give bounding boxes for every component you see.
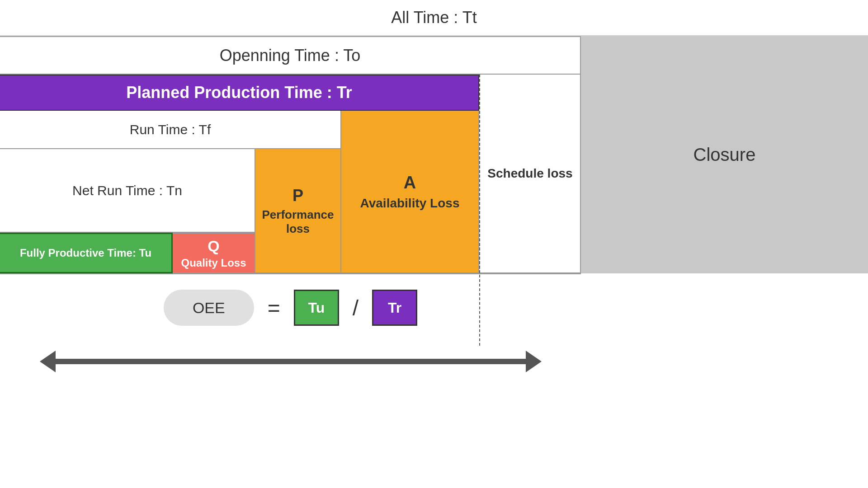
availability-loss-content: A Availability Loss [360,173,460,211]
all-time-label: All Time : Tt [391,8,476,27]
fully-productive-section: Fully Productive Time: Tu [0,233,173,273]
quality-loss-text: Quality Loss [181,257,246,269]
slash-sign: / [353,296,359,320]
arrow-row [0,341,581,382]
equals-sign: = [268,296,280,320]
availability-loss-text: Availability Loss [360,196,460,211]
performance-loss-section: P Performance loss [255,149,341,273]
dashed-divider [479,75,480,346]
net-run-time-label: Net Run Time : Tn [72,183,182,198]
availability-loss-section: A Availability Loss [341,111,479,273]
planned-production-label: Planned Production Time : Tr [126,83,352,102]
all-time-section: All Time : Tt [0,0,868,36]
opening-time-section: Openning Time : To [0,36,581,75]
double-arrow [53,359,528,364]
availability-loss-letter: A [360,173,460,192]
quality-loss-section: Q Quality Loss [173,233,255,273]
planned-production-section: Planned Production Time : Tr [0,75,479,111]
performance-loss-text: Performance loss [255,208,340,236]
tr-box: Tr [372,290,417,326]
fully-productive-label: Fully Productive Time: Tu [20,247,151,259]
schedule-loss-label: Schedule loss [487,165,572,182]
tu-label: Tu [308,300,325,316]
closure-section: Closure [581,36,868,273]
performance-loss-content: P Performance loss [255,186,340,236]
oee-pill: OEE [164,290,254,326]
net-run-time-section: Net Run Time : Tn [0,149,255,233]
quality-loss-letter: Q [181,237,246,255]
closure-label: Closure [693,145,756,165]
schedule-loss-section: Schedule loss [479,75,581,273]
tu-box: Tu [294,290,339,326]
tr-label: Tr [388,300,401,316]
quality-loss-content: Q Quality Loss [181,237,246,269]
opening-time-label: Openning Time : To [220,46,361,65]
performance-loss-letter: P [255,186,340,205]
oee-label: OEE [193,299,225,317]
run-time-label: Run Time : Tf [130,122,211,137]
run-time-section: Run Time : Tf [0,111,341,149]
main-diagram: All Time : Tt Openning Time : To Closure… [0,0,868,488]
oee-formula-row: OEE = Tu / Tr [0,273,581,341]
